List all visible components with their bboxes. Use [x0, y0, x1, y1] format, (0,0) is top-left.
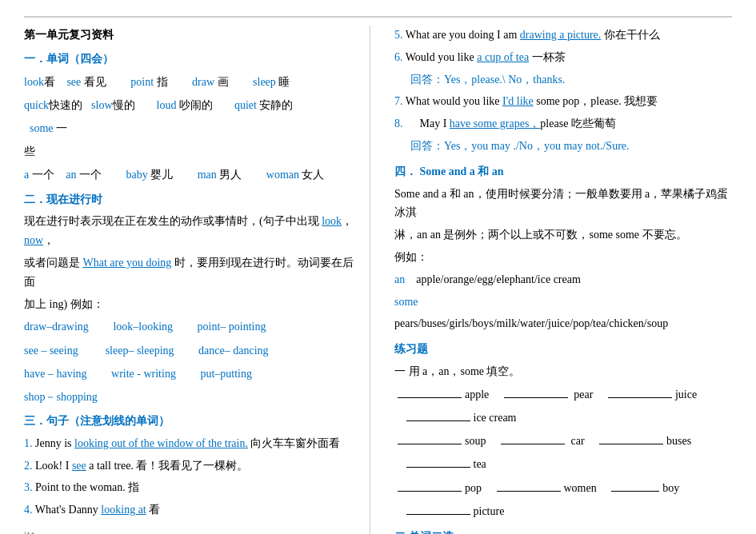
fill-women: women — [485, 478, 597, 498]
fill-tea: tea — [394, 454, 486, 474]
section5-label: 二 单词二选一 — [394, 528, 732, 534]
fill-apple: apple — [394, 385, 489, 404]
verb-see: see – seeing — [24, 341, 78, 361]
word-sleep: sleep 睡 — [245, 72, 290, 92]
word-look: look看 — [24, 72, 55, 92]
top-divider — [24, 16, 732, 18]
verb-row-3: have – having write - writing put–puttin… — [24, 364, 362, 384]
verb-row-1: draw–drawing look–looking point– pointin… — [24, 317, 362, 337]
sentence-4: 4. What's Danny looking at 看 — [24, 500, 362, 520]
eg-label: 例如： — [394, 248, 732, 267]
word-a: a 一个 — [24, 165, 54, 185]
fill-blank-section: apple pear juice ice cream soup car buse… — [394, 385, 732, 521]
section4-label: 四． Some and a 和 an — [394, 162, 732, 181]
fill-buses: buses — [588, 431, 692, 451]
an-row: an apple/orange/egg/elephant/ice cream — [394, 270, 732, 289]
word-quick: quick快速的 — [24, 95, 82, 115]
right-column: 5. What are you doing I am drawing a pic… — [386, 26, 732, 534]
section1-label: 一．单词（四会） — [24, 50, 362, 69]
sentence-8: 8. May I have some grapes，please 吃些葡萄 — [394, 114, 732, 134]
word-see: see 看见 — [58, 72, 106, 92]
sentence-6: 6. Would you like a cup of tea 一杯茶 — [394, 48, 732, 67]
verb-shop: shop－shopping — [24, 387, 98, 407]
word-point: point 指 — [122, 72, 168, 92]
vocab-row-3: a 一个 an 一个 baby 婴儿 man 男人 woman 女人 — [24, 165, 362, 185]
verb-point: point– pointing — [189, 317, 266, 337]
word-quiet: quiet 安静的 — [229, 95, 294, 115]
word-some-cont: 些 — [24, 141, 35, 161]
section2-body-1: 现在进行时表示现在正在发生的动作或事情时，(句子中出现 look，now， — [24, 212, 362, 250]
word-an: an 一个 — [58, 165, 102, 185]
vocab-row-2: quick快速的 slow慢的 loud 吵闹的 quiet 安静的 some … — [24, 95, 362, 138]
word-some: some 一 — [24, 118, 67, 138]
sentence-7: 7. What would you like I'd like some pop… — [394, 92, 732, 111]
fill-boy: boy — [600, 478, 680, 498]
word-man: man 男人 — [189, 165, 242, 185]
fill-car: car — [489, 431, 584, 451]
word-slow: slow慢的 — [86, 95, 134, 115]
sentence-5: 5. What are you doing I am drawing a pic… — [394, 26, 732, 45]
page-title: 第一单元复习资料 — [24, 26, 362, 45]
word-baby: baby 婴儿 — [118, 165, 173, 185]
fill-juice: juice — [596, 385, 697, 404]
page: 第一单元复习资料 一．单词（四会） look看 see 看见 point 指 d… — [24, 16, 732, 534]
verb-put: put–putting — [192, 364, 252, 384]
page-number: |11 — [24, 528, 362, 534]
section2-label: 二．现在进行时 — [24, 190, 362, 209]
sentence-2: 2. Look! I see a tall tree. 看！我看见了一棵树。 — [24, 456, 362, 476]
sentence-1: 1. Jenny is looking out of the window of… — [24, 434, 362, 453]
section2-body-3: 加上 ing) 例如： — [24, 295, 362, 314]
fill-pop: pop — [394, 478, 482, 498]
word-loud: loud 吵闹的 — [151, 95, 213, 115]
two-column-layout: 第一单元复习资料 一．单词（四会） look看 see 看见 point 指 d… — [24, 26, 732, 534]
verb-dance: dance– dancing — [190, 341, 269, 361]
verb-draw: draw–drawing — [24, 317, 89, 337]
practice-label: 练习题 — [394, 340, 732, 359]
sentence-3: 3. Point to the woman. 指 — [24, 478, 362, 497]
vocab-row-2b: 些 — [24, 141, 362, 161]
section4-body-1: Some and a 和 an，使用时候要分清；一般单数要用 a，苹果橘子鸡蛋冰… — [394, 185, 732, 223]
verb-sleep: sleep– sleeping — [94, 341, 174, 361]
verb-row-4: shop－shopping — [24, 387, 362, 407]
fill-pear: pear — [492, 385, 593, 404]
fill-icecream: ice cream — [394, 408, 517, 428]
fill-row-2: soup car buses tea — [394, 431, 732, 474]
practice-sub1: 一 用 a，an，some 填空。 — [394, 362, 732, 381]
fill-picture: picture — [394, 501, 504, 521]
section2-body-2: 或者问题是 What are you doing 时，要用到现在进行时。动词要在… — [24, 253, 362, 292]
some-row: pears/buses/girls/boys/milk/water/juice/… — [394, 314, 732, 333]
verb-row-2: see – seeing sleep– sleeping dance– danc… — [24, 341, 362, 361]
verb-have: have – having — [24, 364, 87, 384]
left-column: 第一单元复习资料 一．单词（四会） look看 see 看见 point 指 d… — [24, 26, 370, 534]
vocab-row-1: look看 see 看见 point 指 draw 画 sleep 睡 — [24, 72, 362, 92]
fill-row-3: pop women boy picture — [394, 478, 732, 521]
verb-write: write - writing — [103, 364, 176, 384]
section4-body-2: 淋，an an 是例外；两个以上或不可数，some some 不要忘。 — [394, 225, 732, 245]
reply-8: 回答：Yes，you may ./No，you may not./Sure. — [394, 137, 732, 156]
reply-6: 回答：Yes，please.\ No，thanks. — [394, 70, 732, 90]
word-draw: draw 画 — [184, 72, 229, 92]
fill-soup: soup — [394, 431, 486, 451]
verb-look: look–looking — [105, 317, 173, 337]
word-woman: woman 女人 — [258, 165, 324, 185]
fill-row-1: apple pear juice ice cream — [394, 385, 732, 428]
some-label: some — [394, 293, 732, 312]
section3-label: 三．句子（注意划线的单词） — [24, 412, 362, 431]
